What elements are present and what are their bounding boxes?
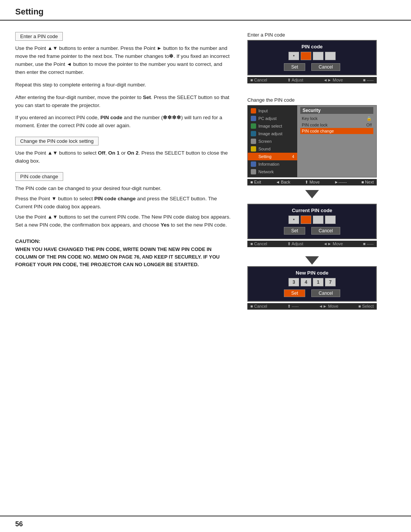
pin-dialog-title: PIN code <box>253 44 371 50</box>
left-column: Enter a PIN code Use the Point ▲▼ button… <box>15 32 232 317</box>
new-pin-box-3: 1 <box>313 278 323 286</box>
enter-pin-text4: If you entered an incorrect PIN code, PI… <box>15 114 232 130</box>
current-pin-box-1: • <box>288 216 299 224</box>
section-pin-code-change: PIN code change The PIN code can be chan… <box>15 172 232 229</box>
menu-item-information[interactable]: Information <box>248 160 297 168</box>
pin-statusbar-move: ◄► Move <box>323 78 343 83</box>
security-pinchange-row[interactable]: PIN code change <box>300 128 373 134</box>
change-pin-lock-text: Use the Point ▲▼ buttons to select Off, … <box>15 149 232 165</box>
setting-icon <box>251 154 256 159</box>
current-pin-title: Current PIN code <box>253 208 371 213</box>
caution-block: CAUTION: WHEN YOU HAVE CHANGED THE PIN C… <box>15 238 232 268</box>
caution-text: WHEN YOU HAVE CHANGED THE PIN CODE, WRIT… <box>15 246 232 268</box>
new-pin-title: New PIN code <box>253 270 371 276</box>
current-pin-statusbar-menu: ■ Cancel <box>250 241 267 246</box>
new-pin-box-1: 3 <box>288 278 299 286</box>
page-footer: 56 <box>0 516 411 532</box>
menu-statusbar-dash: ►------ <box>334 180 347 185</box>
pin-box-1: • <box>288 52 299 60</box>
imageadjust-icon <box>251 131 256 136</box>
enter-pin-box-label: Enter a PIN code <box>15 32 63 41</box>
caution-title: CAUTION: <box>15 238 232 244</box>
arrow-container-2 <box>247 256 377 265</box>
menu-item-screen-label: Screen <box>258 139 272 144</box>
security-keylock-value: 🔒 <box>366 116 372 121</box>
menu-status-bar: ■ Exit ◄ Back ⬆ Move ►------ ■ Next <box>247 179 377 185</box>
pin-statusbar-select: ■ ----- <box>363 78 374 83</box>
new-pin-buttons: Set Cancel <box>253 289 371 297</box>
menu-item-input-label: Input <box>258 109 268 113</box>
current-pin-set-button[interactable]: Set <box>284 227 305 235</box>
arrow-container-1 <box>247 190 377 198</box>
menu-item-network[interactable]: Network <box>248 168 297 176</box>
new-pin-status-bar: ■ Cancel ⬆ ----- ◄► Move ■ Select <box>247 303 377 310</box>
pin-set-button[interactable]: Set <box>284 63 305 71</box>
pin-cancel-button[interactable]: Cancel <box>311 63 340 71</box>
menu-item-pcadjust[interactable]: PC adjust <box>248 115 297 122</box>
pin-box-4 <box>325 52 336 60</box>
current-pin-boxes: • <box>253 216 371 224</box>
menu-item-input[interactable]: Input <box>248 107 297 115</box>
current-pin-statusbar-select: ■ ----- <box>363 241 374 246</box>
current-pin-dialog: Current PIN code • Set Cancel <box>247 204 377 239</box>
menu-statusbar-move: ⬆ Move <box>305 180 320 185</box>
pin-statusbar-adjust: ⬆ Adjust <box>287 78 303 83</box>
menu-item-setting[interactable]: Setting 4 <box>248 153 297 160</box>
new-pin-statusbar-menu: ■ Cancel <box>250 304 267 309</box>
security-keylock-label: Key lock <box>302 116 318 121</box>
new-pin-boxes: 3 4 1 7 <box>253 278 371 286</box>
menu-statusbar-exit: ■ Exit <box>250 180 261 185</box>
current-pin-box-2 <box>301 216 311 224</box>
current-pin-cancel-button[interactable]: Cancel <box>311 227 340 235</box>
change-pin-lock-label: Change the PIN code lock setting <box>15 137 99 145</box>
sound-icon <box>251 146 256 152</box>
security-pinlock-value: Off <box>366 123 372 127</box>
menu-statusbar-next: ■ Next <box>362 180 374 185</box>
menu-item-screen[interactable]: Screen <box>248 137 297 145</box>
security-pinlock-row: PIN code lock Off <box>300 122 373 128</box>
main-content: Enter a PIN code Use the Point ▲▼ button… <box>0 21 411 329</box>
page-header: Setting <box>0 0 411 21</box>
current-pin-section: Current PIN code • Set Cancel ■ Cancel ⬆… <box>247 204 396 255</box>
down-arrow-2 <box>305 256 319 265</box>
pin-status-bar: ■ Cancel ⬆ Adjust ◄► Move ■ ----- <box>247 77 377 83</box>
new-pin-box-4: 7 <box>325 278 336 286</box>
new-pin-statusbar-move: ◄► Move <box>319 304 338 309</box>
menu-item-imageadjust-label: Image adjust <box>258 131 282 136</box>
menu-item-imageadjust[interactable]: Image adjust <box>248 130 297 137</box>
input-icon <box>251 108 256 113</box>
change-pin-code-label: Change the PIN code <box>247 97 396 103</box>
down-arrow-1 <box>305 190 319 198</box>
menu-right: Security Key lock 🔒 PIN code lock Off PI… <box>297 105 376 177</box>
menu-panel: Input PC adjust Image select Image adjus… <box>247 105 377 177</box>
page-title: Setting <box>15 7 396 17</box>
right-enter-pin-label: Enter a PIN code <box>247 32 396 38</box>
security-title: Security <box>300 107 373 114</box>
menu-item-sound-label: Sound <box>258 147 271 151</box>
new-pin-statusbar-select: ■ Select <box>358 304 374 309</box>
new-pin-set-button[interactable]: Set <box>284 289 305 297</box>
section-change-pin-lock: Change the PIN code lock setting Use the… <box>15 137 232 165</box>
menu-item-sound[interactable]: Sound <box>248 145 297 153</box>
new-pin-statusbar-adjust: ⬆ ----- <box>287 304 299 309</box>
pin-statusbar-menu: ■ Cancel <box>250 78 267 83</box>
right-column: Enter a PIN code PIN code • Set Cancel ■… <box>247 32 396 317</box>
setting-selected-indicator: 4 <box>292 155 294 159</box>
new-pin-box-2: 4 <box>301 278 311 286</box>
imageselect-icon <box>251 123 256 129</box>
menu-item-network-label: Network <box>258 169 274 174</box>
page-number: 56 <box>15 520 23 528</box>
pin-box-3 <box>313 52 323 60</box>
security-pinlock-label: PIN code lock <box>302 123 328 127</box>
new-pin-cancel-button[interactable]: Cancel <box>311 289 340 297</box>
pin-box-2 <box>301 52 311 60</box>
menu-item-pcadjust-label: PC adjust <box>258 116 277 121</box>
current-pin-box-3 <box>313 216 323 224</box>
menu-item-imageselect-label: Image select <box>258 124 282 128</box>
section-enter-pin: Enter a PIN code Use the Point ▲▼ button… <box>15 32 232 130</box>
pin-boxes: • <box>253 52 371 60</box>
security-pinchange-label: PIN code change <box>302 129 334 133</box>
pcadjust-icon <box>251 116 256 121</box>
screen-icon <box>251 139 256 144</box>
menu-item-imageselect[interactable]: Image select <box>248 122 297 130</box>
